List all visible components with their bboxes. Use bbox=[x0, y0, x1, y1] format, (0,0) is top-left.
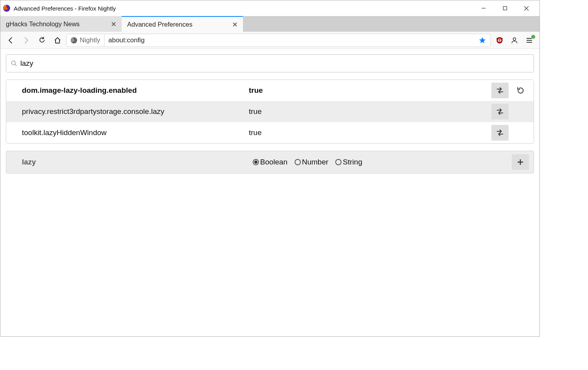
radio-icon bbox=[253, 159, 259, 165]
close-window-button[interactable] bbox=[516, 2, 537, 15]
type-radio-string[interactable]: String bbox=[335, 158, 362, 166]
tab-strip: gHacks Technology NewsAdvanced Preferenc… bbox=[0, 16, 539, 32]
pref-row[interactable]: privacy.restrict3rdpartystorage.console.… bbox=[6, 101, 534, 122]
toggle-pref-button[interactable] bbox=[491, 83, 509, 98]
pref-search-input[interactable] bbox=[20, 59, 529, 68]
url-input[interactable] bbox=[104, 34, 476, 47]
menu-button[interactable] bbox=[522, 34, 536, 47]
add-pref-row: lazy BooleanNumberString bbox=[6, 151, 534, 173]
add-pref-name: lazy bbox=[22, 158, 253, 166]
tab-label: Advanced Preferences bbox=[127, 21, 227, 28]
titlebar: Advanced Preferences - Firefox Nightly bbox=[0, 0, 539, 16]
bookmark-star-icon[interactable] bbox=[476, 34, 489, 46]
pref-actions bbox=[491, 104, 529, 119]
back-button[interactable] bbox=[4, 34, 18, 47]
browser-window: Advanced Preferences - Firefox Nightly g… bbox=[0, 0, 540, 337]
toolbar-right bbox=[493, 34, 536, 47]
firefox-nightly-icon bbox=[3, 4, 11, 12]
type-radio-boolean[interactable]: Boolean bbox=[253, 158, 288, 166]
home-button[interactable] bbox=[50, 34, 65, 47]
navigation-toolbar: Nightly bbox=[0, 32, 539, 49]
account-icon[interactable] bbox=[507, 34, 521, 47]
window-title: Advanced Preferences - Firefox Nightly bbox=[14, 5, 116, 12]
pref-actions bbox=[491, 125, 529, 141]
reset-pref-button[interactable] bbox=[512, 83, 529, 98]
reload-button[interactable] bbox=[35, 34, 49, 47]
pref-actions bbox=[491, 83, 529, 98]
identity-label: Nightly bbox=[80, 36, 100, 44]
pref-name: toolkit.lazyHiddenWindow bbox=[22, 128, 249, 137]
tab-0[interactable]: gHacks Technology News bbox=[0, 16, 122, 32]
toggle-pref-button[interactable] bbox=[491, 125, 509, 141]
prefs-table: dom.image-lazy-loading.enabledtrueprivac… bbox=[6, 79, 534, 144]
radio-label: Boolean bbox=[260, 158, 288, 166]
radio-icon bbox=[335, 159, 342, 165]
minimize-button[interactable] bbox=[473, 2, 494, 15]
pref-row[interactable]: toolkit.lazyHiddenWindowtrue bbox=[6, 122, 534, 143]
about-config-content: dom.image-lazy-loading.enabledtrueprivac… bbox=[0, 49, 539, 336]
tab-1[interactable]: Advanced Preferences bbox=[122, 16, 243, 32]
close-tab-icon[interactable] bbox=[230, 20, 239, 29]
forward-button[interactable] bbox=[19, 34, 33, 47]
ublock-icon[interactable] bbox=[493, 34, 507, 47]
add-pref-button[interactable] bbox=[512, 154, 529, 170]
pref-row[interactable]: dom.image-lazy-loading.enabledtrue bbox=[6, 80, 534, 101]
svg-point-16 bbox=[12, 61, 16, 65]
type-radio-number[interactable]: Number bbox=[295, 158, 329, 166]
pref-search-box[interactable] bbox=[6, 54, 534, 72]
close-tab-icon[interactable] bbox=[109, 20, 118, 28]
svg-point-12 bbox=[513, 38, 516, 40]
pref-value: true bbox=[249, 107, 491, 116]
pref-value: true bbox=[249, 86, 491, 95]
identity-box[interactable]: Nightly bbox=[67, 34, 104, 47]
url-bar[interactable]: Nightly bbox=[66, 34, 491, 47]
window-controls bbox=[473, 2, 537, 15]
add-pref-type-group: BooleanNumberString bbox=[253, 158, 512, 166]
radio-label: String bbox=[343, 158, 362, 166]
radio-label: Number bbox=[302, 158, 329, 166]
svg-line-17 bbox=[15, 64, 16, 66]
maximize-button[interactable] bbox=[494, 2, 516, 15]
action-spacer bbox=[512, 104, 529, 119]
urlbar-actions bbox=[476, 34, 491, 46]
pref-name: privacy.restrict3rdpartystorage.console.… bbox=[22, 107, 249, 116]
pref-name: dom.image-lazy-loading.enabled bbox=[22, 86, 249, 95]
firefox-icon bbox=[70, 37, 77, 44]
radio-icon bbox=[295, 159, 301, 165]
svg-rect-2 bbox=[503, 7, 507, 10]
tab-label: gHacks Technology News bbox=[6, 20, 105, 28]
pref-value: true bbox=[249, 128, 491, 137]
action-spacer bbox=[512, 125, 529, 141]
search-icon bbox=[11, 60, 17, 67]
toggle-pref-button[interactable] bbox=[491, 104, 509, 119]
